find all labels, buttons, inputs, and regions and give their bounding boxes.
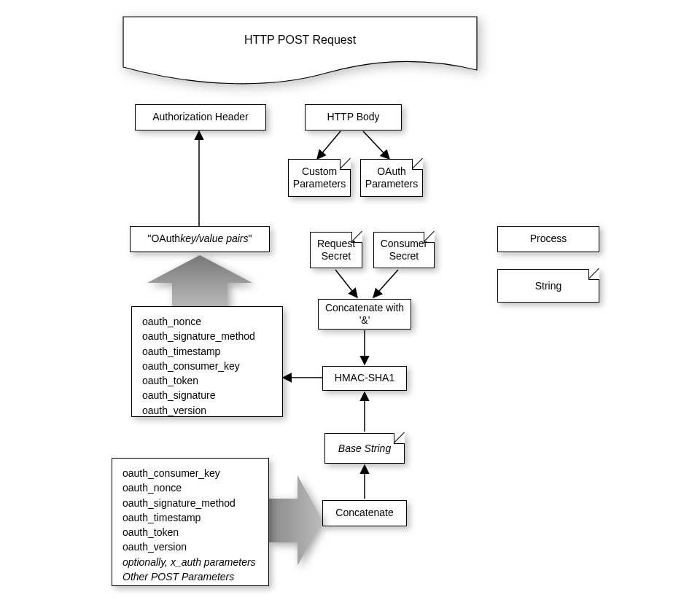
http-body-box: HTTP Body: [305, 104, 402, 130]
concatenate-box: Concatenate: [322, 500, 407, 526]
concatenate-with-amp-box: Concatenate with '&': [318, 299, 411, 330]
oauth-kv-suffix: ": [249, 233, 252, 246]
list-item: Other POST Parameters: [122, 569, 258, 584]
hmac-sha1-box: HMAC-SHA1: [322, 366, 407, 391]
list-item: oauth_nonce: [122, 480, 258, 495]
concatenate-with-amp-label: Concatenate with '&': [325, 302, 404, 327]
list-item: oauth_signature_method: [142, 329, 272, 343]
list-item: optionally, x_auth parameters: [122, 555, 258, 569]
request-secret-doc: Request Secret: [310, 232, 362, 268]
list-item: oauth_version: [122, 539, 258, 554]
base-string-label: Base String: [338, 443, 391, 455]
hmac-sha1-label: HMAC-SHA1: [335, 372, 394, 385]
legend-process-label: Process: [530, 233, 567, 246]
list-item: oauth_token: [122, 525, 258, 539]
consumer-secret-label: Consumer Secret: [381, 238, 428, 262]
oauth-kv-italic: key/value pairs: [180, 233, 248, 246]
consumer-secret-doc: Consumer Secret: [373, 232, 435, 268]
authorization-header-box: Authorization Header: [135, 104, 266, 130]
list-item: oauth_signature_method: [122, 496, 258, 510]
list-item: oauth_timestamp: [122, 510, 258, 525]
legend-process-box: Process: [497, 226, 599, 252]
oauth-parameters-doc: OAuth Parameters: [360, 159, 423, 197]
svg-line-1: [317, 131, 341, 159]
list-item: oauth_nonce: [142, 314, 272, 329]
custom-parameters-doc: Custom Parameters: [288, 159, 351, 197]
custom-parameters-label: Custom Parameters: [293, 165, 346, 190]
oauth-kv-prefix: "OAuth: [147, 233, 180, 246]
big-up-arrow-icon: [146, 254, 254, 309]
oauth-key-value-box: "OAuth key/value pairs": [130, 226, 270, 252]
svg-line-2: [363, 131, 389, 159]
svg-line-3: [335, 270, 357, 297]
request-secret-label: Request Secret: [317, 238, 355, 262]
base-string-doc: Base String: [324, 433, 405, 464]
legend-string-label: String: [535, 280, 562, 292]
big-right-arrow-icon: [267, 474, 324, 567]
authorization-header-label: Authorization Header: [152, 111, 249, 124]
concatenate-label: Concatenate: [335, 507, 393, 520]
http-body-label: HTTP Body: [327, 111, 379, 124]
http-post-banner-label: HTTP POST Request: [244, 34, 356, 47]
list-item: oauth_consumer_key: [122, 466, 258, 480]
oauth-fields-list-bottom: oauth_consumer_key oauth_nonce oauth_sig…: [112, 458, 269, 586]
diagram-stage: HTTP POST Request Authorization Header H…: [0, 0, 700, 608]
list-item: oauth_token: [142, 373, 272, 388]
list-item: oauth_version: [142, 403, 272, 418]
oauth-parameters-label: OAuth Parameters: [365, 165, 418, 190]
legend-string-doc: String: [497, 269, 599, 303]
list-item: oauth_timestamp: [142, 344, 272, 359]
svg-line-4: [373, 270, 398, 297]
http-post-banner: HTTP POST Request: [122, 16, 478, 86]
list-item: oauth_consumer_key: [142, 359, 272, 373]
oauth-fields-list-top: oauth_nonce oauth_signature_method oauth…: [131, 306, 283, 417]
list-item: oauth_signature: [142, 388, 272, 402]
